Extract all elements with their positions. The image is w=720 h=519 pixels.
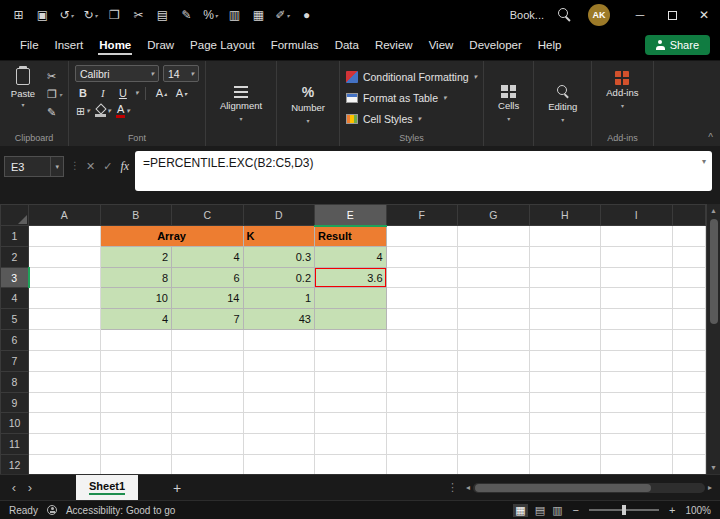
cell-E9[interactable] [315,392,387,413]
cell-A11[interactable] [29,434,101,455]
cell-H7[interactable] [529,350,601,371]
cell-A3[interactable] [29,267,101,288]
cell-D12[interactable] [243,455,315,474]
cell-C3[interactable]: 6 [172,267,244,288]
cell-C2[interactable]: 4 [172,246,244,267]
alignment-button[interactable]: Alignment ▾ [212,86,270,122]
number-button[interactable]: % Number ▾ [283,84,333,124]
accessibility-icon[interactable] [47,505,57,515]
cell-C9[interactable] [172,392,244,413]
cell-A2[interactable] [29,246,101,267]
copy-button[interactable]: ❐▾ [47,87,62,101]
workbook-name[interactable]: Book... [510,9,544,21]
printer-icon[interactable]: ▥ [224,4,245,26]
column-header-C[interactable]: C [172,205,244,226]
close-button[interactable]: ✕ [688,0,720,30]
collapse-ribbon-icon[interactable]: ^ [708,132,713,143]
cut-icon[interactable]: ✂ [128,4,149,26]
zoom-in-button[interactable]: + [669,504,675,516]
cell-G3[interactable] [458,267,530,288]
cell-F7[interactable] [386,350,458,371]
row-header-8[interactable]: 8 [1,371,29,392]
cell-H6[interactable] [529,330,601,351]
row-header-11[interactable]: 11 [1,434,29,455]
conditional-formatting-button[interactable]: Conditional Formatting▾ [346,67,477,86]
chart-icon[interactable]: ▤ [152,4,173,26]
cell-F12[interactable] [386,455,458,474]
ribbon-tab-page-layout[interactable]: Page Layout [182,32,263,58]
cell-E4[interactable] [315,288,387,309]
cell-D5[interactable]: 43 [243,309,315,330]
cell-I2[interactable] [601,246,673,267]
format-painter-icon[interactable]: ✎ [176,4,197,26]
chevron-down-icon[interactable]: ▾ [135,89,139,97]
cell-D9[interactable] [243,392,315,413]
ribbon-tab-view[interactable]: View [421,32,462,58]
table-icon[interactable]: ▦ [248,4,269,26]
cell-G4[interactable] [458,288,530,309]
column-header-B[interactable]: B [100,205,172,226]
cell-E8[interactable] [315,371,387,392]
formula-input[interactable]: =PERCENTILE.EXC(B2:C5,D3) ▾ [135,151,712,191]
accessibility-status[interactable]: Accessibility: Good to go [66,505,176,516]
chevron-down-icon[interactable]: ▾ [50,157,63,176]
cell-H10[interactable] [529,413,601,434]
cell-G9[interactable] [458,392,530,413]
cell-H11[interactable] [529,434,601,455]
confirm-entry-button[interactable]: ✓ [103,160,112,173]
cell-B7[interactable] [100,350,172,371]
cell-B6[interactable] [100,330,172,351]
row-header-3[interactable]: 3 [1,267,29,288]
cell-styles-button[interactable]: Cell Styles▾ [346,109,477,128]
cell-D11[interactable] [243,434,315,455]
cells-button[interactable]: Cells ▾ [490,85,527,122]
cell-F9[interactable] [386,392,458,413]
new-sheet-button[interactable]: + [168,480,186,496]
normal-view-icon[interactable]: ▦ [513,504,527,517]
cell-I1[interactable] [601,226,673,247]
horizontal-scroll-track[interactable] [473,483,705,493]
cell-B5[interactable]: 4 [100,309,172,330]
cell-D2[interactable]: 0.3 [243,246,315,267]
cell-I3[interactable] [601,267,673,288]
horizontal-scroll-thumb[interactable] [475,484,651,492]
cell-H5[interactable] [529,309,601,330]
cell-B4[interactable]: 10 [100,288,172,309]
cell-G11[interactable] [458,434,530,455]
undo-icon[interactable]: ↺▾ [56,4,77,26]
cell-I5[interactable] [601,309,673,330]
cell-E5[interactable] [315,309,387,330]
tab-scroll-splitter[interactable]: ⋮ [441,481,464,494]
row-header-7[interactable]: 7 [1,350,29,371]
font-color-button[interactable]: A▾ [115,104,131,118]
cell-I7[interactable] [601,350,673,371]
avatar[interactable]: AK [588,4,610,26]
cell-B8[interactable] [100,371,172,392]
cell-D7[interactable] [243,350,315,371]
cell-E2[interactable]: 4 [315,246,387,267]
cell-A12[interactable] [29,455,101,474]
cell-E11[interactable] [315,434,387,455]
search-icon[interactable] [558,8,572,22]
cell-F11[interactable] [386,434,458,455]
borders-button[interactable]: ⊞▾ [75,104,91,118]
cell-G12[interactable] [458,455,530,474]
cell-E12[interactable] [315,455,387,474]
column-header-A[interactable]: A [29,205,101,226]
insert-function-button[interactable]: fx [120,159,129,174]
cell-B11[interactable] [100,434,172,455]
next-sheet-icon[interactable]: › [22,480,38,495]
page-break-preview-icon[interactable]: ▥ [552,504,562,517]
ribbon-tab-home[interactable]: Home [91,32,139,58]
page-layout-view-icon[interactable]: ▤ [535,504,545,517]
cell-I8[interactable] [601,371,673,392]
vertical-scroll-thumb[interactable] [710,219,718,324]
cell-B10[interactable] [100,413,172,434]
cell-I11[interactable] [601,434,673,455]
cell-C7[interactable] [172,350,244,371]
cell-C5[interactable]: 7 [172,309,244,330]
draw-pen-icon[interactable]: ✐▾ [272,4,293,26]
font-group-label[interactable]: Font [75,132,199,146]
cell-I4[interactable] [601,288,673,309]
column-header-D[interactable]: D [243,205,315,226]
